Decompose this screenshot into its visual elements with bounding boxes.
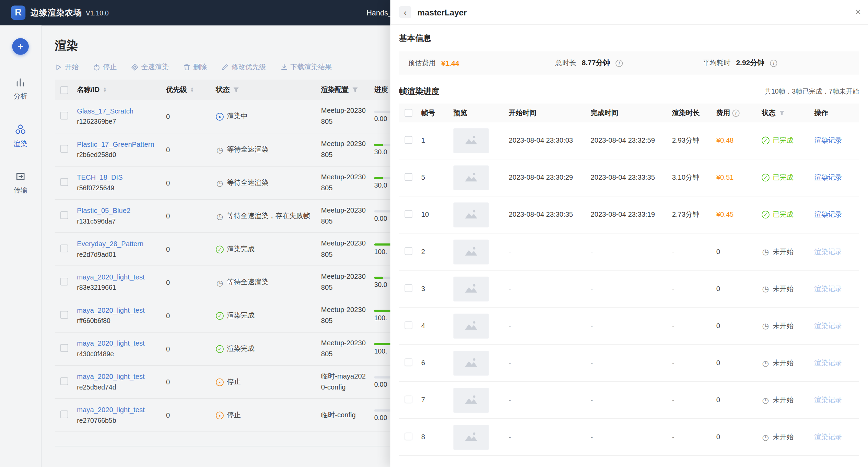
filter-icon[interactable] (779, 110, 785, 116)
frame-preview-thumbnail[interactable] (453, 128, 489, 153)
close-icon[interactable]: × (855, 7, 861, 16)
render-record-link[interactable]: 渲染记录 (814, 322, 842, 330)
frame-cost: 0 (716, 322, 762, 330)
column-end-time: 完成时间 (591, 108, 619, 117)
frame-cost: 0 (716, 433, 762, 441)
frame-start-time: - (509, 248, 591, 256)
frame-status-icon (762, 396, 770, 404)
frame-checkbox[interactable] (404, 358, 412, 366)
frame-cost: 0 (716, 396, 762, 404)
render-record-link[interactable]: 渲染记录 (814, 211, 842, 218)
column-action: 操作 (814, 108, 828, 117)
frame-end-time: - (591, 285, 672, 293)
render-record-link[interactable]: 渲染记录 (814, 173, 842, 181)
frame-status-icon (762, 433, 770, 441)
frame-checkbox[interactable] (404, 395, 412, 403)
frame-status: 未开始 (773, 432, 794, 442)
frame-preview-thumbnail[interactable] (453, 276, 489, 301)
frame-preview-thumbnail[interactable] (453, 313, 489, 338)
info-icon[interactable]: i (615, 59, 623, 67)
frame-end-time: - (591, 322, 672, 330)
frame-number: 8 (421, 433, 454, 441)
average-time-value: 2.92分钟 (736, 58, 764, 68)
image-placeholder-icon (464, 246, 478, 258)
drawer-title: masterLayer (418, 8, 467, 17)
stat-total-duration: 总时长 8.77分钟 i (555, 58, 703, 68)
frame-row[interactable]: 10 2023-08-04 23:30:35 2023-08-04 23:33:… (399, 196, 859, 234)
frame-checkbox[interactable] (404, 136, 412, 144)
frame-status: 已完成 (773, 136, 794, 145)
frame-end-time: 2023-08-04 23:33:19 (591, 211, 672, 219)
frames-title: 帧渲染进度 (399, 86, 439, 97)
frame-preview-thumbnail[interactable] (453, 350, 489, 375)
frame-status: 未开始 (773, 395, 794, 405)
frame-checkbox[interactable] (404, 210, 412, 218)
frame-duration: - (672, 285, 716, 293)
frame-end-time: 2023-08-04 23:32:59 (591, 137, 672, 145)
frame-row[interactable]: 8 - - - 0 (399, 419, 859, 456)
info-icon[interactable]: i (770, 59, 777, 67)
frame-row[interactable]: 2 - - - 0 (399, 234, 859, 271)
frame-status-icon (762, 322, 770, 330)
render-record-link[interactable]: 渲染记录 (814, 433, 842, 441)
frame-duration: - (672, 248, 716, 256)
column-preview: 预览 (453, 108, 467, 117)
image-placeholder-icon (464, 357, 478, 369)
render-record-link[interactable]: 渲染记录 (814, 396, 842, 404)
frame-checkbox[interactable] (404, 321, 412, 329)
info-icon[interactable]: i (732, 109, 740, 117)
frame-number: 4 (421, 322, 454, 330)
image-placeholder-icon (464, 394, 478, 406)
frame-preview-thumbnail[interactable] (453, 202, 489, 227)
frame-duration: - (672, 396, 716, 404)
frame-number: 5 (421, 174, 454, 182)
frame-status-icon (762, 211, 770, 219)
stat-average-time: 平均耗时 2.92分钟 i (703, 58, 851, 68)
render-record-link[interactable]: 渲染记录 (814, 359, 842, 367)
render-record-link[interactable]: 渲染记录 (814, 136, 842, 144)
frame-status: 未开始 (773, 321, 794, 331)
frame-duration: 2.73分钟 (672, 210, 716, 219)
frame-end-time: - (591, 396, 672, 404)
frame-preview-thumbnail[interactable] (453, 239, 489, 264)
frames-table: 帧号 预览 开始时间 完成时间 渲染时长 费用 i 状态 (399, 104, 859, 456)
frame-row[interactable]: 7 - - - 0 (399, 382, 859, 419)
frame-duration: - (672, 433, 716, 441)
image-placeholder-icon (464, 134, 478, 147)
frame-checkbox[interactable] (404, 247, 412, 255)
stat-estimated-cost: 预估费用 ¥1.44 (408, 58, 555, 68)
frames-table-header: 帧号 预览 开始时间 完成时间 渲染时长 费用 i 状态 (399, 104, 859, 122)
basic-info-title: 基本信息 (399, 33, 859, 44)
frame-preview-thumbnail[interactable] (453, 424, 489, 450)
frame-checkbox[interactable] (404, 432, 412, 440)
frame-row[interactable]: 3 - - - 0 (399, 271, 859, 308)
frame-preview-thumbnail[interactable] (453, 387, 489, 412)
frame-preview-thumbnail[interactable] (453, 165, 489, 190)
frame-end-time: - (591, 433, 672, 441)
frame-cost: ¥0.48 (716, 137, 762, 145)
frame-row[interactable]: 6 - - - 0 (399, 345, 859, 382)
frame-row[interactable]: 4 - - - 0 (399, 308, 859, 345)
drawer-mask[interactable] (0, 0, 390, 467)
frame-checkbox[interactable] (404, 284, 412, 292)
frame-duration: 2.93分钟 (672, 136, 716, 145)
render-record-link[interactable]: 渲染记录 (814, 285, 842, 292)
frame-status-icon (762, 248, 770, 256)
column-cost: 费用 (716, 108, 730, 117)
frame-start-time: - (509, 322, 591, 330)
column-frame: 帧号 (421, 108, 435, 117)
frames-select-all-checkbox[interactable] (404, 109, 412, 117)
frames-summary: 共10帧，3帧已完成，7帧未开始 (765, 87, 859, 96)
image-placeholder-icon (464, 431, 478, 443)
render-record-link[interactable]: 渲染记录 (814, 248, 842, 255)
frame-status: 未开始 (773, 284, 794, 294)
frame-cost: ¥0.51 (716, 174, 762, 182)
frame-start-time: 2023-08-04 23:30:35 (509, 211, 591, 219)
back-button[interactable]: ‹ (399, 6, 411, 18)
frame-row[interactable]: 1 2023-08-04 23:30:03 2023-08-04 23:32:5… (399, 122, 859, 159)
drawer-body: 基本信息 预估费用 ¥1.44 总时长 8.77分钟 i 平均耗时 2.92分钟… (390, 25, 868, 467)
frame-checkbox[interactable] (404, 173, 412, 181)
frame-row[interactable]: 5 2023-08-04 23:30:29 2023-08-04 23:33:3… (399, 159, 859, 196)
image-placeholder-icon (464, 171, 478, 184)
frame-status: 未开始 (773, 247, 794, 256)
